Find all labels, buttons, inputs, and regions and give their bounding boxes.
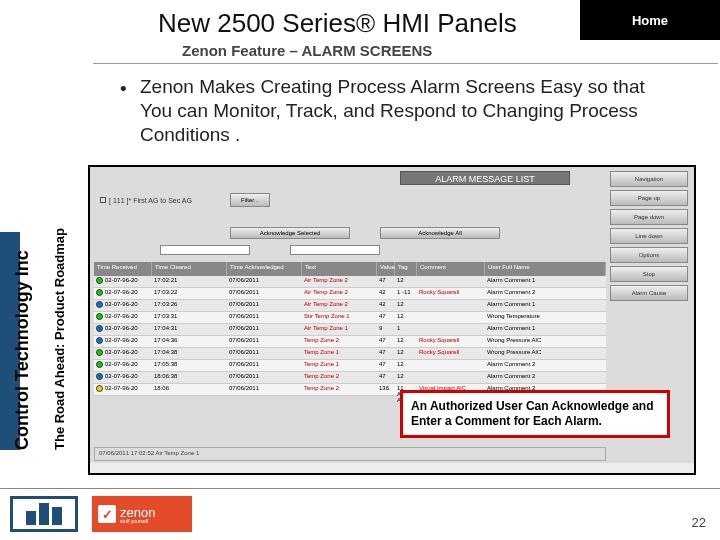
callout-box: An Authorized User Can Acknowledge and E… — [400, 390, 670, 438]
table-row[interactable]: 02-07-96-2017:04:3607/06/2011Temp Zone 2… — [94, 336, 606, 348]
ss-btn-cause[interactable]: Alarm Cause — [610, 285, 688, 301]
table-row[interactable]: 02-07-96-2017:04:3807/06/2011Temp Zone 1… — [94, 348, 606, 360]
bullet-content: Zenon Makes Creating Process Alarm Scree… — [140, 76, 645, 145]
check-icon: ✓ — [98, 505, 116, 523]
ss-btn-nav[interactable]: Navigation — [610, 171, 688, 187]
tagline-vertical: The Road Ahead: Product Roadmap — [52, 228, 67, 450]
status-led-icon — [96, 277, 103, 284]
status-led-icon — [96, 325, 103, 332]
ss-btn-pageup[interactable]: Page up — [610, 190, 688, 206]
ss-ack-all[interactable]: Acknowledge All — [380, 227, 500, 239]
home-button[interactable]: Home — [580, 0, 720, 40]
status-led-icon — [96, 361, 103, 368]
ss-bottom-bar — [90, 463, 694, 473]
ss-dropdown-2[interactable] — [290, 245, 380, 255]
ss-dropdown-1[interactable] — [160, 245, 250, 255]
status-led-icon — [96, 313, 103, 320]
ss-btn-options[interactable]: Options — [610, 247, 688, 263]
ss-window-title: ALARM MESSAGE LIST — [400, 171, 570, 185]
status-led-icon — [96, 385, 103, 392]
zenon-logo: ✓ zenonstuff yourself — [92, 496, 192, 532]
table-row[interactable]: 02-07-96-2017:03:2607/06/2011Air Temp Zo… — [94, 300, 606, 312]
table-row[interactable]: 02-07-96-2017:04:3107/06/2011Air Temp Zo… — [94, 324, 606, 336]
ss-right-buttons: Navigation Page up Page down Line down O… — [610, 171, 688, 304]
ss-btn-pagedown[interactable]: Page down — [610, 209, 688, 225]
ss-filter-button[interactable]: Filter... — [230, 193, 270, 207]
ss-filter-text: [ 111 ]* First AG to Sec AG — [100, 197, 192, 204]
ss-table: 02-07-96-2017:02:2107/06/2011Air Temp Zo… — [94, 276, 606, 396]
bullet-icon: • — [120, 77, 127, 101]
ss-statusbar: 07/06/2011 17:02:52 Air Temp Zone 1 — [94, 447, 606, 461]
ss-table-header: Time Received Time Cleared Time Acknowle… — [94, 262, 606, 276]
status-led-icon — [96, 349, 103, 356]
ss-btn-linedown[interactable]: Line down — [610, 228, 688, 244]
ss-ack-selected[interactable]: Acknowledge Selected — [230, 227, 350, 239]
table-row[interactable]: 02-07-96-2017:05:3807/06/2011Temp Zone 1… — [94, 360, 606, 372]
company-name-vertical: Control Technology Inc — [12, 250, 33, 450]
status-led-icon — [96, 289, 103, 296]
status-led-icon — [96, 373, 103, 380]
page-number: 22 — [692, 515, 706, 530]
slide-subtitle: Zenon Feature – ALARM SCREENS — [182, 42, 432, 59]
table-row[interactable]: 02-07-96-2018:06:3807/06/2011Temp Zone 2… — [94, 372, 606, 384]
divider-bottom — [0, 488, 720, 489]
checkbox-icon[interactable] — [100, 197, 106, 203]
status-led-icon — [96, 337, 103, 344]
ss-btn-stop[interactable]: Stop — [610, 266, 688, 282]
status-led-icon — [96, 301, 103, 308]
bullet-text: • Zenon Makes Creating Process Alarm Scr… — [140, 75, 660, 146]
table-row[interactable]: 02-07-96-2017:03:2207/06/2011Air Temp Zo… — [94, 288, 606, 300]
divider-top — [93, 63, 718, 64]
table-row[interactable]: 02-07-96-2017:03:3107/06/2011Stir Temp Z… — [94, 312, 606, 324]
table-row[interactable]: 02-07-96-2017:02:2107/06/2011Air Temp Zo… — [94, 276, 606, 288]
cti-logo — [10, 496, 78, 532]
slide-title: New 2500 Series® HMI Panels — [158, 8, 517, 39]
